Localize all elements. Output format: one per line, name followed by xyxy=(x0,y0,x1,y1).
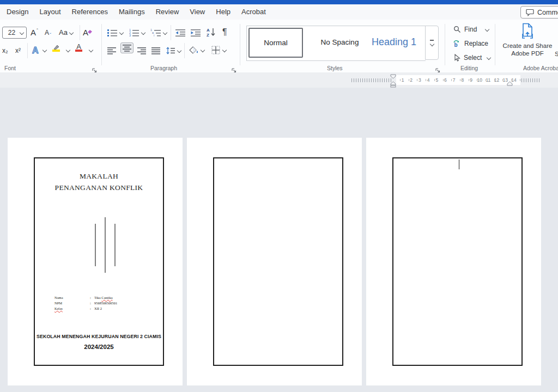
font-size-combo[interactable]: 22 xyxy=(2,27,27,39)
numbering-button[interactable]: 12 3 xyxy=(129,26,145,39)
right-indent-marker[interactable] xyxy=(507,81,513,87)
shading-button[interactable] xyxy=(189,44,204,56)
increase-indent-button[interactable] xyxy=(190,26,201,39)
highlight-icon xyxy=(52,44,60,52)
divider xyxy=(27,43,28,58)
grow-font-button[interactable]: A ˆ xyxy=(31,26,38,39)
page-3-border xyxy=(392,157,523,366)
misspelled-word: Cantika xyxy=(101,296,112,299)
font-color-button[interactable]: A xyxy=(75,43,82,52)
chevron-down-icon[interactable] xyxy=(89,48,93,52)
styles-dialog-launcher[interactable] xyxy=(435,66,441,72)
font-dialog-launcher[interactable] xyxy=(92,66,98,72)
paragraph-group-label: Paragraph xyxy=(150,65,177,72)
change-case-icon: Aa xyxy=(59,28,68,36)
ruler-numbers: 12 34 56 78 910 1112 1314 xyxy=(400,75,517,85)
ribbon-tab-row: Design Layout References Mailings Review… xyxy=(0,4,558,20)
student-fields: Nama: Tika Cantika NPM: 9568506506501 Ke… xyxy=(54,295,117,311)
text-effects-icon: A xyxy=(31,45,41,55)
search-icon xyxy=(453,26,461,33)
field-row-nama: Nama: Tika Cantika xyxy=(54,295,117,301)
ribbon: 22 A ˆ A ˇ Aa A x₂ x² xyxy=(0,20,558,73)
replace-icon: b xyxy=(452,40,461,47)
first-line-indent-marker[interactable] xyxy=(390,74,396,79)
page-2-border xyxy=(213,157,343,366)
bullets-button[interactable] xyxy=(107,26,123,39)
tab-view[interactable]: View xyxy=(184,4,210,20)
svg-text:Z: Z xyxy=(207,33,209,37)
paragraph-dialog-launcher[interactable] xyxy=(231,66,237,72)
align-left-button[interactable] xyxy=(107,44,117,57)
select-icon xyxy=(453,54,460,62)
bullets-icon xyxy=(107,28,118,36)
tab-review[interactable]: Review xyxy=(150,4,185,20)
borders-icon xyxy=(211,46,221,54)
select-button[interactable]: Select xyxy=(453,53,490,62)
hanging-indent-marker[interactable] xyxy=(390,81,396,88)
tab-layout[interactable]: Layout xyxy=(34,4,66,20)
subscript-button[interactable]: x₂ xyxy=(2,44,8,57)
align-right-button[interactable] xyxy=(137,44,147,57)
chevron-down-icon xyxy=(429,42,434,46)
comments-label: Comments xyxy=(537,9,558,16)
subscript-icon: x₂ xyxy=(2,47,8,54)
line-spacing-button[interactable] xyxy=(166,44,181,57)
increase-indent-icon xyxy=(190,28,201,36)
chevron-down-icon xyxy=(485,27,489,31)
page-1[interactable]: MAKALAH PENANGANAN KONFLIK Nama: Tika Ca… xyxy=(8,138,183,385)
style-heading-1[interactable]: Heading 1 xyxy=(372,26,426,58)
divider xyxy=(171,25,171,40)
chevron-down-icon xyxy=(20,30,24,35)
multilevel-list-button[interactable]: 1a i xyxy=(150,26,167,39)
comments-button[interactable]: Comments xyxy=(520,6,558,19)
svg-text:3: 3 xyxy=(129,34,131,36)
text-effects-button[interactable]: A xyxy=(31,44,46,56)
tab-acrobat[interactable]: Acrobat xyxy=(236,4,271,20)
group-divider xyxy=(495,24,495,65)
svg-text:A: A xyxy=(207,28,210,33)
pilcrow-button[interactable]: ¶ xyxy=(222,26,227,38)
tab-help[interactable]: Help xyxy=(210,4,236,20)
clear-formatting-button[interactable]: A xyxy=(83,26,93,39)
vertical-lines-graphic[interactable] xyxy=(94,217,121,273)
numbering-icon: 12 3 xyxy=(129,28,140,36)
editing-group-label: Editing xyxy=(460,65,478,72)
create-share-pdf-button[interactable]: Create and Share Adobe PDF xyxy=(497,23,558,57)
decrease-indent-button[interactable] xyxy=(175,26,186,39)
chevron-down-icon xyxy=(487,55,491,59)
highlight-button[interactable] xyxy=(52,44,60,52)
tab-design[interactable]: Design xyxy=(1,4,34,20)
page-3[interactable] xyxy=(366,138,541,385)
style-no-spacing[interactable]: No Spacing xyxy=(311,26,368,58)
grow-font-icon: A xyxy=(31,28,36,37)
group-divider xyxy=(240,24,240,65)
word-window: Design Layout References Mailings Review… xyxy=(0,0,558,392)
cover-title: MAKALAH PENANGANAN KONFLIK xyxy=(35,170,163,193)
document-area: MAKALAH PENANGANAN KONFLIK Nama: Tika Ca… xyxy=(0,88,558,392)
justify-button[interactable] xyxy=(151,44,161,57)
sort-button[interactable]: A Z xyxy=(206,26,217,38)
titlebar xyxy=(0,0,558,4)
field-row-npm: NPM: 9568506506501 xyxy=(54,301,117,306)
superscript-button[interactable]: x² xyxy=(15,44,21,57)
acrobat-button-line1: Create and Share xyxy=(497,42,558,50)
cover-title-line1: MAKALAH xyxy=(35,170,163,182)
styles-group-label: Styles xyxy=(327,65,343,72)
page-2[interactable] xyxy=(187,138,362,385)
find-button[interactable]: Find xyxy=(453,24,489,34)
svg-text:A: A xyxy=(32,46,39,55)
group-divider xyxy=(101,24,102,65)
font-color-icon: A xyxy=(75,43,82,52)
align-center-button[interactable] xyxy=(120,42,134,53)
tab-mailings[interactable]: Mailings xyxy=(113,4,150,20)
change-case-button[interactable]: Aa xyxy=(59,26,73,39)
pilcrow-icon: ¶ xyxy=(222,27,227,37)
styles-more-button[interactable] xyxy=(425,26,439,60)
shrink-font-button[interactable]: A ˇ xyxy=(45,26,51,39)
style-normal[interactable]: Normal xyxy=(248,28,303,58)
chevron-down-icon[interactable] xyxy=(66,48,70,52)
tab-references[interactable]: References xyxy=(66,4,113,20)
borders-button[interactable] xyxy=(211,44,226,56)
replace-button[interactable]: b Replace xyxy=(452,39,488,48)
page-1-border: MAKALAH PENANGANAN KONFLIK Nama: Tika Ca… xyxy=(34,157,164,366)
